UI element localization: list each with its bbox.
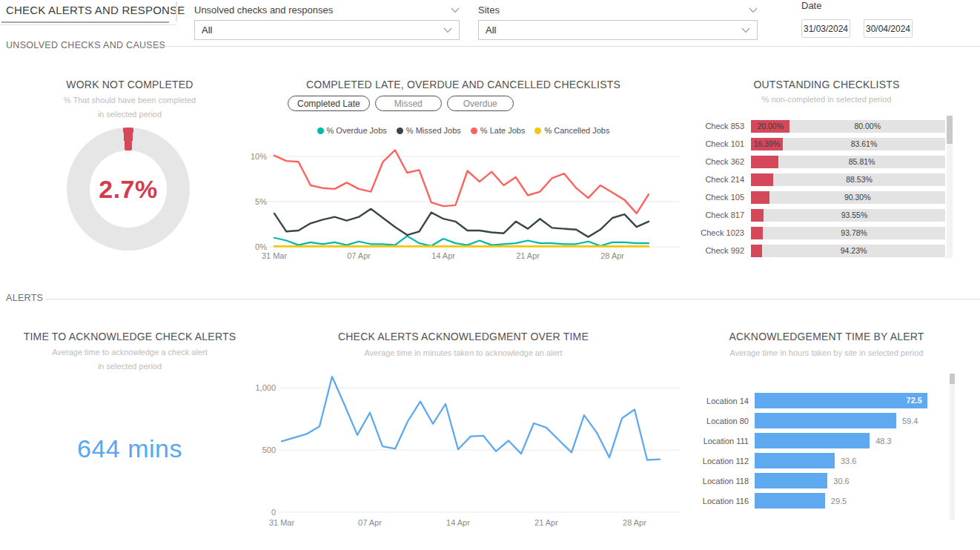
checklist-bar[interactable]: 85.81%	[751, 156, 945, 168]
card-ack-by-alert: ACKNOWLEDGEMENT TIME BY ALERT Average ti…	[697, 329, 956, 529]
checklist-row[interactable]: Check 36285.81%	[697, 153, 947, 170]
checklist-row[interactable]: Check 10116.39%83.61%	[697, 135, 947, 153]
card-work-not-completed: WORK NOT COMPLETED % That should have be…	[22, 77, 237, 270]
y-axis-label: 0	[271, 508, 276, 517]
card-subtitle: Average time to acknowledge a check aler…	[22, 345, 237, 360]
checklist-row[interactable]: Check 99294.23%	[697, 242, 947, 259]
card-late-overdue: COMPLETED LATE, OVERDUE AND CANCELLED CH…	[245, 77, 682, 267]
y-axis-label: 1,000	[255, 383, 276, 392]
location-row[interactable]: Location 11830.6	[697, 471, 949, 491]
toggle-completed-late[interactable]: Completed Late	[288, 96, 370, 111]
location-bar[interactable]: 72.5	[755, 393, 927, 408]
date-end-input[interactable]	[864, 19, 913, 38]
legend-item-cancelled-jobs[interactable]: % Cancelled Jobs	[534, 126, 609, 135]
checklist-bar[interactable]: 93.55%	[751, 209, 945, 222]
location-row[interactable]: Location 1472.5	[697, 391, 949, 411]
location-row[interactable]: Location 8059.4	[697, 411, 949, 431]
bar-segment-incomplete	[751, 209, 764, 222]
series-late-jobs	[274, 150, 649, 213]
bar-value: 33.6	[841, 457, 856, 465]
card-subtitle: Average time in hours taken by site in s…	[697, 346, 956, 360]
location-label: Location 116	[697, 497, 755, 506]
filter-sites-dropdown[interactable]: All	[478, 20, 758, 40]
legend-label: % Late Jobs	[480, 126, 526, 135]
location-row[interactable]: Location 11148.3	[697, 431, 949, 451]
card-time-to-acknowledge: TIME TO ACKNOWLEDGE CHECK ALERTS Average…	[22, 326, 237, 519]
checklist-bar[interactable]: 94.23%	[751, 245, 945, 257]
filter-sites-header[interactable]: Sites	[478, 3, 758, 17]
toggle-button-group: Completed LateMissedOverdue	[288, 96, 514, 111]
card-title: CHECK ALERTS ACKNOWLEDGMENT OVER TIME	[245, 331, 682, 342]
bar-segment-incomplete	[751, 191, 769, 204]
card-title: OUTSTANDING CHECKLISTS	[697, 79, 956, 90]
toggle-missed[interactable]: Missed	[375, 96, 442, 111]
x-axis-label: 31 Mar	[269, 518, 295, 527]
location-label: Location 112	[697, 457, 755, 465]
bar-segment-complete: 88.53%	[773, 173, 945, 186]
chart-legend: % Overdue Jobs% Missed Jobs% Late Jobs% …	[245, 126, 682, 135]
location-bar[interactable]	[755, 433, 870, 448]
filter-unsolved: Unsolved checks and responses All	[194, 3, 460, 40]
legend-item-late-jobs[interactable]: % Late Jobs	[471, 126, 526, 135]
chevron-down-icon	[451, 7, 460, 13]
checklist-row[interactable]: Check 102393.78%	[697, 224, 947, 242]
chevron-down-icon	[741, 27, 750, 33]
checklist-bar[interactable]: 16.39%83.61%	[751, 138, 945, 150]
card-subtitle: in selected period	[22, 360, 237, 374]
kpi-value: 644 mins	[22, 434, 237, 463]
checklist-label: Check 992	[697, 246, 751, 255]
checklist-bar[interactable]: 20.00%80.00%	[751, 120, 945, 133]
scrollbar[interactable]	[950, 374, 955, 520]
legend-item-overdue-jobs[interactable]: % Overdue Jobs	[317, 126, 387, 135]
card-subtitle: % non-completed in selected period	[697, 93, 956, 107]
y-axis-label: 10%	[251, 152, 267, 161]
x-axis-label: 14 Apr	[431, 251, 455, 260]
date-start-input[interactable]	[801, 19, 850, 38]
location-bar[interactable]	[755, 453, 835, 468]
y-axis-label: 500	[262, 445, 276, 454]
y-axis-label: 5%	[255, 197, 267, 206]
location-row[interactable]: Location 11629.5	[697, 491, 949, 511]
filter-unsolved-header[interactable]: Unsolved checks and responses	[194, 3, 460, 17]
checklist-row[interactable]: Check 21488.53%	[697, 170, 947, 188]
card-title: WORK NOT COMPLETED	[22, 79, 237, 90]
bar-segment-incomplete	[751, 156, 778, 168]
toggle-overdue[interactable]: Overdue	[447, 96, 514, 111]
location-bar[interactable]	[755, 473, 827, 488]
outstanding-bar-list: Check 85320.00%80.00%Check 10116.39%83.6…	[697, 117, 947, 259]
checklist-row[interactable]: Check 81793.55%	[697, 206, 947, 224]
date-filter-label: Date	[801, 0, 821, 11]
location-label: Location 111	[697, 437, 755, 445]
work-not-completed-donut[interactable]: 2.7%	[67, 127, 190, 251]
bar-value: 72.5	[907, 396, 922, 405]
checklist-bar[interactable]: 88.53%	[751, 173, 945, 186]
location-label: Location 118	[697, 477, 755, 486]
bar-value: 29.5	[831, 497, 847, 506]
bar-segment-complete: 90.30%	[769, 191, 945, 204]
legend-item-missed-jobs[interactable]: % Missed Jobs	[397, 126, 461, 135]
scrollbar-thumb[interactable]	[947, 116, 953, 144]
location-bar[interactable]	[755, 413, 896, 428]
checklist-label: Check 362	[697, 157, 751, 166]
checklist-bar[interactable]: 93.78%	[751, 227, 945, 239]
scrollbar-thumb[interactable]	[950, 374, 955, 384]
filter-unsolved-dropdown[interactable]: All	[194, 20, 460, 40]
card-title: ACKNOWLEDGEMENT TIME BY ALERT	[697, 331, 956, 342]
x-axis-label: 28 Apr	[623, 518, 646, 527]
checklist-row[interactable]: Check 85320.00%80.00%	[697, 117, 947, 135]
bar-segment-incomplete	[751, 227, 763, 239]
checklist-bar[interactable]: 90.30%	[751, 191, 945, 204]
bar-value: 59.4	[902, 417, 918, 425]
chevron-down-icon	[749, 7, 758, 13]
checklist-label: Check 853	[697, 122, 751, 130]
location-row[interactable]: Location 11233.6	[697, 451, 949, 471]
checklist-row[interactable]: Check 10590.30%	[697, 188, 947, 206]
scrollbar[interactable]	[947, 116, 953, 258]
series-avg-minutes-to-acknowledge	[282, 377, 660, 460]
legend-label: % Overdue Jobs	[327, 126, 387, 135]
legend-label: % Missed Jobs	[406, 126, 461, 135]
location-bar[interactable]	[755, 493, 825, 508]
filter-sites-label: Sites	[478, 4, 500, 16]
filter-unsolved-value: All	[202, 24, 212, 36]
section-alerts-label: ALERTS	[6, 293, 43, 303]
